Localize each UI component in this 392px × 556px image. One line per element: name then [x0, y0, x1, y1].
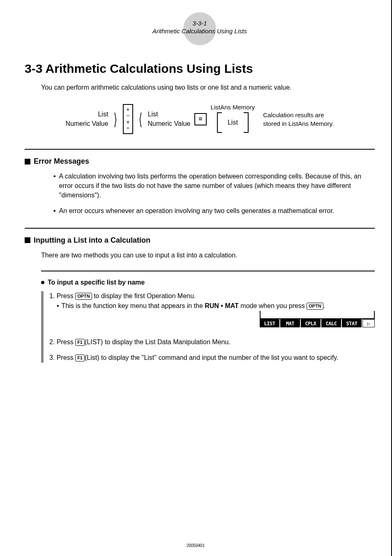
running-title: Arithmetic Calculations Using Lists — [25, 28, 375, 35]
square-bullet-icon — [25, 237, 30, 243]
subsection-title: To input a specific list by name — [48, 279, 145, 286]
bullet-icon: • — [53, 171, 56, 200]
running-header: 3-3-1 Arithmetic Calculations Using List… — [25, 12, 375, 45]
error-bullet-1: A calculation involving two lists perfor… — [59, 171, 375, 200]
f1-key-icon: F1 — [75, 339, 85, 346]
square-bullet-icon — [25, 159, 30, 164]
intro-paragraph: You can perform arithmetic calculations … — [41, 84, 375, 91]
equals-box: = — [194, 113, 206, 125]
page-number-top: 3-3-1 — [25, 12, 375, 27]
result-note-line2: stored in ListAns Memory. — [263, 119, 334, 128]
divider — [25, 228, 375, 229]
listans-content: List — [222, 119, 244, 126]
menu-stat: STAT — [342, 319, 362, 327]
operand-list-label: List — [66, 110, 108, 119]
operators-box: + − × ÷ — [123, 104, 133, 134]
menu-calc: CALC — [321, 319, 341, 327]
step-1: 1. Press OPTN to display the first Opera… — [49, 291, 375, 311]
optn-key-icon: OPTN — [75, 293, 92, 300]
f1-key-icon: F1 — [75, 354, 85, 361]
operand-numeric-label: Numeric Value — [66, 119, 108, 128]
operand2-list-label: List — [148, 110, 191, 119]
chapter-title: 3-3 Arithmetic Calculations Using Lists — [25, 62, 375, 76]
bullet-icon: • — [53, 206, 56, 215]
footer-code: 20050401 — [0, 543, 391, 548]
step-3: 3. Press F1(List) to display the "List" … — [49, 353, 375, 363]
divider — [41, 271, 375, 271]
section-inputting-desc: There are two methods you can use to inp… — [41, 250, 375, 260]
brace-right-icon: ⟨ — [139, 115, 142, 123]
brace-left-icon: ⟩ — [114, 115, 117, 123]
bullet-icon: • — [57, 301, 59, 311]
menu-mat: MAT — [280, 319, 300, 327]
optn-key-icon: OPTN — [307, 303, 323, 310]
menu-list: LIST — [260, 319, 279, 327]
divider — [25, 149, 375, 150]
listans-memory-label: ListAns Memory — [211, 104, 255, 111]
step-2: 2. Press F1(LIST) to display the List Da… — [49, 337, 375, 347]
step-1-sub: This is the function key menu that appea… — [62, 301, 325, 311]
section-inputting-title: Inputting a List into a Calculation — [34, 236, 150, 245]
menu-more-arrow-icon: ▷ — [362, 319, 375, 327]
menu-cplx: CPLX — [301, 319, 321, 327]
operand2-numeric-label: Numeric Value — [148, 119, 191, 128]
function-key-menu-screenshot: LIST MAT CPLX CALC STAT ▷ — [260, 318, 375, 327]
section-error-messages-title: Error Messages — [34, 157, 89, 166]
error-bullet-2: An error occurs whenever an operation in… — [59, 206, 334, 215]
dot-bullet-icon — [41, 281, 44, 284]
result-note-line1: Calculation results are — [263, 111, 334, 119]
calculation-diagram: List Numeric Value ⟩ + − × ÷ ⟨ List Nume… — [25, 104, 375, 134]
